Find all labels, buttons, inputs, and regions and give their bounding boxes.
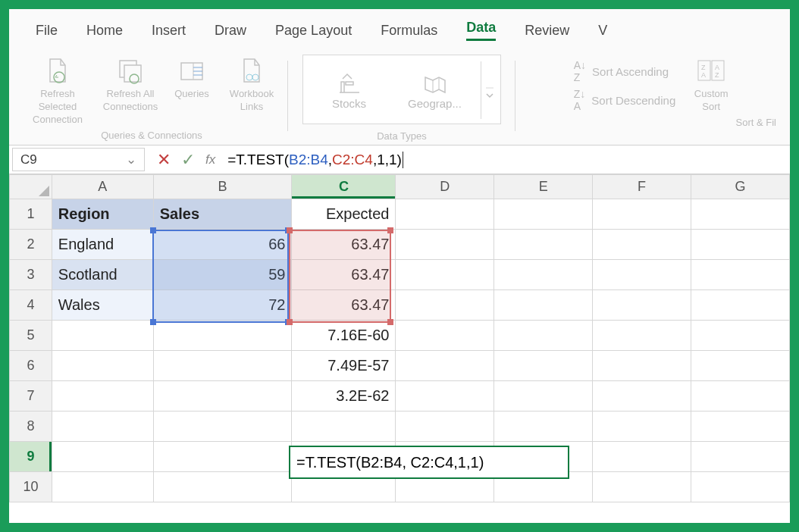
row-header-3[interactable]: 3: [10, 260, 52, 290]
tab-page-layout[interactable]: Page Layout: [275, 23, 352, 39]
cell-B7[interactable]: [153, 381, 292, 412]
cell-A2[interactable]: England: [52, 230, 153, 260]
datatypes-gallery[interactable]: Stocks Geograp...: [302, 55, 501, 124]
refresh-selected-button[interactable]: Refresh Selected Connection: [21, 53, 94, 127]
col-header-A[interactable]: A: [52, 175, 153, 199]
cell-D5[interactable]: [396, 321, 494, 351]
cell-D6[interactable]: [396, 351, 494, 381]
cell-E2[interactable]: [494, 230, 593, 260]
active-cell-editor[interactable]: =T.TEST(B2:B4, C2:C4,1,1): [289, 446, 569, 479]
cell-E8[interactable]: [494, 412, 593, 442]
cell-F5[interactable]: [593, 321, 691, 351]
cell-B4[interactable]: 72: [153, 290, 292, 321]
cell-F3[interactable]: [593, 260, 691, 290]
cell-G3[interactable]: [691, 260, 790, 290]
cell-G7[interactable]: [691, 381, 790, 412]
cell-F9[interactable]: [593, 442, 691, 472]
sort-ascending-button[interactable]: A↓Z Sort Ascending: [574, 59, 675, 83]
cell-D4[interactable]: [396, 290, 494, 321]
cell-F10[interactable]: [593, 472, 691, 502]
tab-file[interactable]: File: [36, 23, 58, 39]
cell-A1[interactable]: Region: [52, 199, 153, 230]
cell-D2[interactable]: [396, 230, 494, 260]
cell-D8[interactable]: [396, 412, 494, 442]
tab-insert[interactable]: Insert: [152, 23, 186, 39]
cell-C6[interactable]: 7.49E-57: [292, 351, 396, 381]
cell-B2[interactable]: 66: [153, 230, 292, 260]
row-header-5[interactable]: 5: [10, 321, 52, 351]
cell-G2[interactable]: [691, 230, 790, 260]
cell-C2[interactable]: 63.47: [292, 230, 396, 260]
fx-icon[interactable]: fx: [205, 152, 215, 167]
cell-F4[interactable]: [593, 290, 691, 321]
cell-D1[interactable]: [396, 199, 494, 230]
col-header-C[interactable]: C: [292, 175, 396, 199]
row-header-2[interactable]: 2: [10, 230, 52, 260]
cell-A10[interactable]: [52, 472, 153, 502]
cell-E4[interactable]: [494, 290, 593, 321]
row-header-6[interactable]: 6: [10, 351, 52, 381]
sort-descending-button[interactable]: Z↓A Sort Descending: [574, 88, 675, 112]
cancel-icon[interactable]: ✕: [157, 150, 171, 170]
stocks-item[interactable]: Stocks: [309, 71, 389, 110]
cell-G1[interactable]: [691, 199, 790, 230]
geography-item[interactable]: Geograp...: [395, 71, 475, 110]
cell-B5[interactable]: [153, 321, 292, 351]
spreadsheet-grid[interactable]: A B C D E F G 1 Region Sales Expected 2: [9, 174, 790, 523]
tab-data[interactable]: Data: [466, 20, 496, 41]
cell-C1[interactable]: Expected: [292, 199, 396, 230]
cell-G10[interactable]: [691, 472, 790, 502]
cell-F6[interactable]: [593, 351, 691, 381]
select-all-corner[interactable]: [10, 175, 52, 199]
datatypes-dropdown[interactable]: [481, 61, 497, 119]
cell-C7[interactable]: 3.2E-62: [292, 381, 396, 412]
col-header-F[interactable]: F: [593, 175, 691, 199]
col-header-D[interactable]: D: [396, 175, 494, 199]
tab-draw[interactable]: Draw: [215, 23, 246, 39]
cell-D3[interactable]: [396, 260, 494, 290]
cell-C4[interactable]: 63.47: [292, 290, 396, 321]
row-header-1[interactable]: 1: [10, 199, 52, 230]
col-header-B[interactable]: B: [153, 175, 292, 199]
refresh-all-button[interactable]: Refresh All Connections: [99, 53, 162, 127]
row-header-7[interactable]: 7: [10, 381, 52, 412]
cell-F2[interactable]: [593, 230, 691, 260]
cell-G9[interactable]: [691, 442, 790, 472]
formula-input[interactable]: =T.TEST(B2:B4, C2:C4,1,1): [223, 146, 790, 174]
name-box[interactable]: C9 ⌄: [12, 148, 145, 171]
cell-E5[interactable]: [494, 321, 593, 351]
cell-C5[interactable]: 7.16E-60: [292, 321, 396, 351]
cell-F1[interactable]: [593, 199, 691, 230]
cell-E1[interactable]: [494, 199, 593, 230]
cell-C3[interactable]: 63.47: [292, 260, 396, 290]
cell-G8[interactable]: [691, 412, 790, 442]
cell-A3[interactable]: Scotland: [52, 260, 153, 290]
cell-A6[interactable]: [52, 351, 153, 381]
cell-F7[interactable]: [593, 381, 691, 412]
enter-icon[interactable]: ✓: [181, 150, 195, 170]
cell-B8[interactable]: [153, 412, 292, 442]
row-header-9[interactable]: 9: [10, 442, 52, 472]
cell-D7[interactable]: [396, 381, 494, 412]
tab-home[interactable]: Home: [86, 23, 123, 39]
cell-G5[interactable]: [691, 321, 790, 351]
cell-C8[interactable]: [292, 412, 396, 442]
cell-B1[interactable]: Sales: [153, 199, 292, 230]
tab-view-partial[interactable]: V: [598, 23, 607, 39]
workbook-links-button[interactable]: Workbook Links: [221, 53, 282, 127]
cell-G4[interactable]: [691, 290, 790, 321]
cell-A7[interactable]: [52, 381, 153, 412]
col-header-E[interactable]: E: [494, 175, 593, 199]
cell-G6[interactable]: [691, 351, 790, 381]
custom-sort-button[interactable]: ZAAZ Custom Sort: [686, 53, 736, 114]
cell-B9[interactable]: [153, 442, 292, 472]
row-header-4[interactable]: 4: [10, 290, 52, 321]
cell-E7[interactable]: [494, 381, 593, 412]
cell-E6[interactable]: [494, 351, 593, 381]
cell-E3[interactable]: [494, 260, 593, 290]
queries-button[interactable]: Queries: [167, 53, 217, 127]
row-header-10[interactable]: 10: [10, 472, 52, 502]
cell-A8[interactable]: [52, 412, 153, 442]
cell-A5[interactable]: [52, 321, 153, 351]
tab-formulas[interactable]: Formulas: [381, 23, 437, 39]
